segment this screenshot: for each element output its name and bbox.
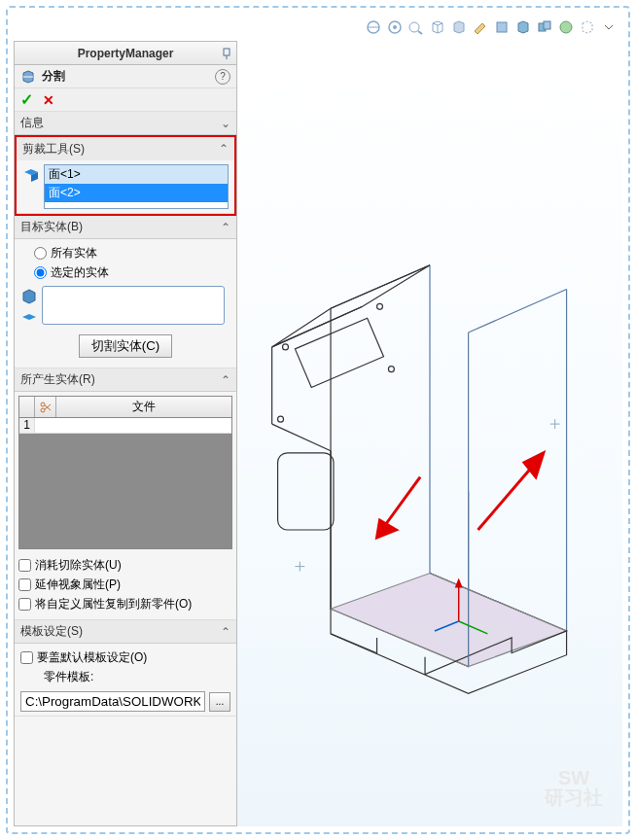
extend-check-row: 延伸视象属性(P) [18, 575, 232, 594]
override-checkbox[interactable] [20, 651, 33, 664]
svg-line-33 [469, 290, 567, 333]
watermark: SW 研习社 [545, 768, 603, 807]
svg-line-39 [382, 477, 421, 530]
section-template-header[interactable]: 模板设定(S) ⌃ [15, 620, 236, 644]
svg-rect-11 [544, 21, 550, 29]
copy-label: 将自定义属性复制到新零件(O) [35, 596, 192, 612]
top-toolbar [14, 14, 622, 41]
consume-label: 消耗切除实体(U) [35, 557, 122, 574]
tool-6-icon[interactable] [471, 18, 490, 37]
cut-bodies-button[interactable]: 切割实体(C) [79, 334, 173, 358]
copy-check-row: 将自定义属性复制到新零件(O) [18, 594, 232, 613]
list-item[interactable]: 面<1> [45, 165, 228, 184]
extend-label: 延伸视象属性(P) [35, 577, 121, 593]
radio-selected-input[interactable] [34, 266, 47, 279]
tool-dropdown-icon[interactable] [599, 18, 618, 37]
section-info-header[interactable]: 信息 ⌄ [15, 112, 236, 135]
section-info-label: 信息 [20, 115, 221, 131]
svg-marker-26 [295, 318, 383, 387]
svg-point-12 [560, 21, 572, 33]
list-item[interactable]: 面<2> [45, 184, 228, 202]
radio-selected-bodies: 选定的实体 [34, 262, 230, 282]
trim-tools-group: 剪裁工具(S) ⌃ 面<1> 面<2> [15, 135, 236, 216]
svg-rect-31 [278, 453, 334, 530]
browse-button[interactable]: ... [209, 692, 230, 712]
svg-point-30 [388, 367, 394, 372]
tool-5-icon[interactable] [449, 18, 469, 37]
svg-marker-32 [331, 574, 567, 667]
chevron-up-icon: ⌃ [221, 221, 230, 234]
ok-cancel-row: ✓ ✕ [15, 88, 236, 112]
tool-9-icon[interactable] [535, 18, 554, 37]
svg-line-5 [418, 31, 422, 34]
table-row: 1 [19, 418, 231, 434]
command-name: 分割 [42, 68, 209, 85]
section-result-label: 所产生实体(R) [20, 371, 221, 388]
svg-line-7 [438, 23, 442, 25]
panel-title: PropertyManager [34, 47, 217, 60]
part-template-label: 零件模板: [44, 667, 230, 687]
section-trim-label: 剪裁工具(S) [22, 141, 219, 158]
svg-marker-36 [455, 578, 463, 588]
svg-point-27 [283, 344, 289, 350]
result-table: 文件 1 [18, 396, 232, 549]
tool-2-icon[interactable] [385, 18, 405, 37]
solid-body-icon [20, 288, 38, 305]
svg-point-3 [393, 25, 397, 29]
chevron-down-icon: ⌄ [221, 117, 230, 130]
consume-check-row: 消耗切除实体(U) [18, 555, 232, 575]
copy-checkbox[interactable] [18, 598, 31, 611]
section-target-label: 目标实体(B) [20, 219, 221, 235]
override-label: 要盖默认模板设定(O) [37, 649, 147, 666]
surface-body-icon [20, 311, 38, 329]
svg-rect-13 [224, 49, 230, 55]
svg-point-29 [278, 416, 284, 422]
tool-8-icon[interactable] [513, 18, 533, 37]
svg-point-4 [409, 22, 419, 32]
panel-header: PropertyManager [15, 42, 236, 65]
svg-point-16 [41, 402, 45, 406]
extend-checkbox[interactable] [18, 578, 31, 591]
radio-all-label: 所有实体 [51, 245, 97, 262]
3d-viewport[interactable]: SW 研习社 [237, 41, 622, 826]
section-trim-header[interactable]: 剪裁工具(S) ⌃ [17, 137, 234, 160]
radio-all-bodies: 所有实体 [34, 243, 230, 262]
row-number: 1 [19, 418, 35, 433]
consume-checkbox[interactable] [18, 559, 31, 572]
target-selection-list[interactable] [42, 286, 225, 325]
tool-10-icon[interactable] [556, 18, 576, 37]
section-result-header[interactable]: 所产生实体(R) ⌃ [15, 368, 236, 392]
svg-marker-40 [377, 520, 397, 538]
radio-all-input[interactable] [34, 247, 47, 260]
ok-button[interactable]: ✓ [20, 90, 33, 109]
chevron-up-icon: ⌃ [221, 625, 230, 639]
section-target-header[interactable]: 目标实体(B) ⌃ [15, 216, 236, 239]
split-icon [20, 69, 36, 85]
tool-3-icon[interactable] [406, 18, 426, 37]
tool-11-icon[interactable] [578, 18, 597, 37]
section-template-label: 模板设定(S) [20, 623, 221, 640]
trim-selection-list[interactable]: 面<1> 面<2> [44, 164, 229, 209]
svg-line-18 [45, 405, 51, 410]
chevron-up-icon: ⌃ [219, 142, 229, 156]
tool-4-icon[interactable] [428, 18, 447, 37]
tool-7-icon[interactable] [492, 18, 512, 37]
cancel-button[interactable]: ✕ [43, 92, 54, 108]
svg-point-28 [377, 303, 383, 309]
svg-line-19 [45, 404, 51, 409]
svg-rect-9 [497, 22, 507, 32]
command-row: 分割 ? [15, 65, 236, 88]
property-manager-panel: PropertyManager 分割 ? ✓ ✕ 信息 ⌄ 剪裁工具( [14, 41, 237, 826]
tool-1-icon[interactable] [364, 18, 383, 37]
template-path-input[interactable] [20, 691, 205, 712]
radio-selected-label: 选定的实体 [51, 264, 109, 281]
help-icon[interactable]: ? [215, 69, 230, 85]
svg-point-17 [41, 408, 45, 412]
face-select-icon [22, 166, 40, 184]
chevron-up-icon: ⌃ [221, 373, 230, 387]
svg-line-6 [433, 23, 438, 25]
scissors-icon [35, 397, 56, 417]
svg-line-25 [272, 306, 363, 347]
svg-marker-22 [272, 265, 430, 347]
pin-icon[interactable] [217, 44, 236, 63]
